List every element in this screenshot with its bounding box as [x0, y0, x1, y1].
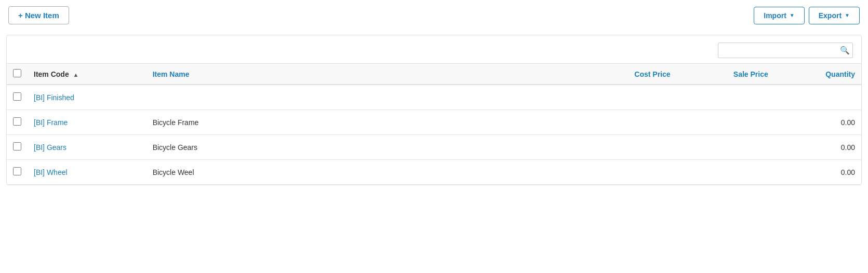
toolbar-left: + New Item [8, 6, 69, 24]
header-item-code[interactable]: Item Code ▲ [28, 64, 146, 85]
row-checkbox-cell [7, 85, 28, 110]
row-item-name: Bicycle Gears [146, 135, 577, 160]
toolbar-right: Import ▼ Export ▼ [754, 7, 860, 24]
header-sale-price[interactable]: Sale Price [677, 64, 774, 85]
table-header-row: Item Code ▲ Item Name Cost Price Sale Pr… [7, 64, 861, 85]
import-dropdown-arrow: ▼ [790, 12, 795, 18]
row-item-name: Bicycle Weel [146, 160, 577, 185]
export-dropdown-arrow: ▼ [845, 12, 850, 18]
header-item-name-label: Item Name [153, 70, 190, 78]
item-code-link[interactable]: [BI] Wheel [34, 168, 68, 176]
row-cost-price [577, 110, 677, 135]
search-icon[interactable]: 🔍 [840, 46, 850, 55]
import-button[interactable]: Import ▼ [754, 7, 804, 24]
header-checkbox-cell [7, 64, 28, 85]
toolbar: + New Item Import ▼ Export ▼ [0, 0, 868, 31]
row-checkbox-cell [7, 135, 28, 160]
row-item-code: [BI] Gears [28, 135, 146, 160]
row-checkbox-cell [7, 160, 28, 185]
table-container: Item Code ▲ Item Name Cost Price Sale Pr… [7, 63, 861, 185]
row-checkbox[interactable] [13, 142, 21, 151]
row-sale-price [677, 110, 774, 135]
export-button[interactable]: Export ▼ [809, 7, 860, 24]
row-cost-price [577, 85, 677, 110]
row-quantity: 0.00 [774, 135, 861, 160]
item-code-link[interactable]: [BI] Frame [34, 118, 68, 127]
table-row: [BI] WheelBicycle Weel0.00 [7, 160, 861, 185]
row-quantity: 0.00 [774, 110, 861, 135]
header-cost-price[interactable]: Cost Price [577, 64, 677, 85]
row-checkbox-cell [7, 110, 28, 135]
sort-arrow-icon: ▲ [73, 72, 79, 78]
row-item-name: Bicycle Frame [146, 110, 577, 135]
item-code-link[interactable]: [BI] Gears [34, 143, 66, 152]
row-sale-price [677, 85, 774, 110]
new-item-button[interactable]: + New Item [8, 6, 69, 24]
row-sale-price [677, 135, 774, 160]
header-quantity-label: Quantity [825, 70, 855, 78]
search-input[interactable] [718, 43, 853, 58]
row-cost-price [577, 135, 677, 160]
header-cost-price-label: Cost Price [634, 70, 670, 78]
search-input-wrapper: 🔍 [718, 43, 853, 58]
export-label: Export [819, 11, 842, 20]
row-quantity: 0.00 [774, 160, 861, 185]
table-row: [BI] Finished [7, 85, 861, 110]
row-item-code: [BI] Frame [28, 110, 146, 135]
header-item-name[interactable]: Item Name [146, 64, 577, 85]
row-quantity [774, 85, 861, 110]
select-all-checkbox[interactable] [13, 69, 21, 77]
row-item-name [146, 85, 577, 110]
import-label: Import [764, 11, 786, 20]
row-sale-price [677, 160, 774, 185]
row-item-code: [BI] Wheel [28, 160, 146, 185]
items-table: Item Code ▲ Item Name Cost Price Sale Pr… [7, 63, 861, 185]
table-body: [BI] Finished[BI] FrameBicycle Frame0.00… [7, 85, 861, 185]
row-checkbox[interactable] [13, 117, 21, 126]
item-code-link[interactable]: [BI] Finished [34, 93, 74, 102]
header-sale-price-label: Sale Price [733, 70, 768, 78]
search-bar: 🔍 [7, 35, 861, 63]
table-row: [BI] FrameBicycle Frame0.00 [7, 110, 861, 135]
header-quantity[interactable]: Quantity [774, 64, 861, 85]
main-card: 🔍 Item Code ▲ Item Name C [6, 35, 862, 185]
row-checkbox[interactable] [13, 92, 21, 101]
row-checkbox[interactable] [13, 167, 21, 175]
header-item-code-label: Item Code [34, 70, 69, 78]
table-row: [BI] GearsBicycle Gears0.00 [7, 135, 861, 160]
row-item-code: [BI] Finished [28, 85, 146, 110]
row-cost-price [577, 160, 677, 185]
